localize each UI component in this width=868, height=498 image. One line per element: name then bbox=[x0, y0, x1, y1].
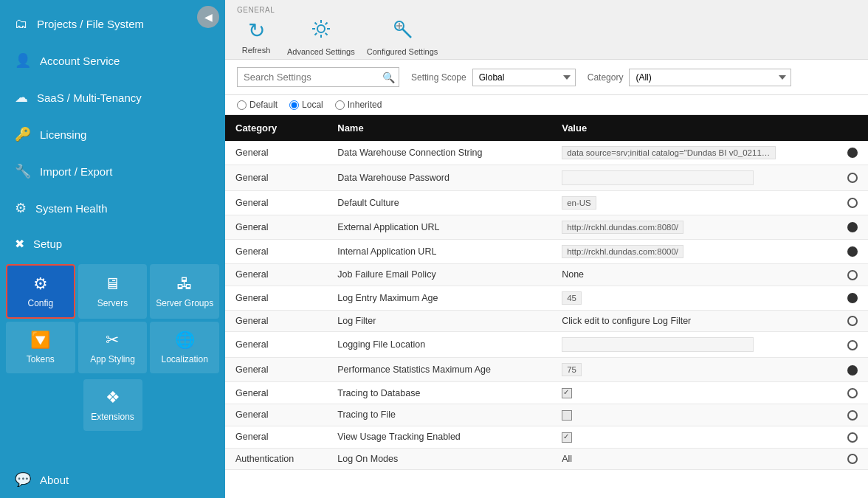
cell-category: General bbox=[225, 426, 327, 448]
cell-value: 75 bbox=[551, 358, 837, 382]
search-wrap: 🔍 bbox=[237, 67, 399, 87]
sidebar-item-system-health[interactable]: ⚙ System Health bbox=[0, 190, 225, 226]
advanced-settings-button[interactable]: Advanced Settings bbox=[287, 18, 355, 56]
sidebar-item-saas[interactable]: ☁ SaaS / Multi-Tenancy bbox=[0, 79, 225, 116]
refresh-button[interactable]: ↻ Refresh bbox=[237, 18, 275, 55]
setup-section-header[interactable]: ✖ Setup bbox=[0, 226, 225, 261]
account-icon: 👤 bbox=[15, 52, 31, 69]
cell-indicator bbox=[837, 332, 868, 358]
setup-grid-app-styling[interactable]: ✂ App Styling bbox=[78, 322, 148, 373]
setup-grid-extensions[interactable]: ❖ Extensions bbox=[83, 379, 142, 431]
empty-indicator bbox=[847, 173, 858, 183]
sidebar-item-licensing[interactable]: 🔑 Licensing bbox=[0, 116, 225, 153]
sidebar-item-label: Import / Export bbox=[40, 165, 112, 178]
cell-name: Log On Modes bbox=[327, 448, 551, 470]
setup-grid-config[interactable]: ⚙ Config bbox=[6, 264, 75, 319]
server-groups-icon: 🖧 bbox=[176, 274, 193, 294]
import-export-icon: 🔧 bbox=[15, 163, 31, 179]
table-row[interactable]: AuthenticationLog On ModesAll bbox=[225, 448, 868, 470]
local-indicator bbox=[847, 365, 858, 376]
table-row[interactable]: GeneralDefault Cultureen-US bbox=[225, 191, 868, 215]
local-indicator bbox=[847, 148, 858, 158]
toolbar: GENERAL ↻ Refresh Advanced Settings bbox=[225, 0, 868, 60]
cell-indicator bbox=[837, 382, 868, 404]
advanced-settings-label: Advanced Settings bbox=[287, 47, 355, 56]
empty-indicator bbox=[847, 388, 858, 398]
table-body: GeneralData Warehouse Connection Stringd… bbox=[225, 141, 868, 470]
scope-select[interactable]: Global Server Server Group bbox=[472, 69, 576, 86]
setup-grid-localization[interactable]: 🌐 Localization bbox=[150, 322, 219, 373]
cell-category: Authentication bbox=[225, 448, 327, 470]
licensing-icon: 🔑 bbox=[15, 126, 31, 142]
table-row[interactable]: GeneralTracing to File bbox=[225, 404, 868, 426]
cell-name: Log Entry Maximum Age bbox=[327, 286, 551, 310]
empty-indicator bbox=[847, 454, 858, 464]
cell-value: data source=srv;initial catalog="Dundas … bbox=[551, 141, 837, 165]
about-label: About bbox=[40, 474, 69, 486]
radio-default[interactable]: Default bbox=[237, 100, 278, 110]
col-category: Category bbox=[225, 115, 327, 141]
sidebar-item-projects[interactable]: 🗂 Projects / File System bbox=[0, 6, 225, 42]
search-input[interactable] bbox=[237, 67, 399, 87]
radio-inherited[interactable]: Inherited bbox=[335, 100, 382, 110]
empty-indicator bbox=[847, 432, 858, 443]
saas-icon: ☁ bbox=[15, 89, 28, 106]
table-row[interactable]: GeneralPerformance Statistics Maximum Ag… bbox=[225, 358, 868, 382]
system-health-icon: ⚙ bbox=[15, 200, 27, 216]
table-row[interactable]: GeneralInternal Application URLhttp://rc… bbox=[225, 240, 868, 264]
table-row[interactable]: GeneralLogging File Location bbox=[225, 332, 868, 358]
refresh-icon: ↻ bbox=[248, 18, 265, 43]
setup-grid-tokens[interactable]: 🔽 Tokens bbox=[6, 322, 75, 373]
table-row[interactable]: GeneralTracing to Database bbox=[225, 382, 868, 404]
table-row[interactable]: GeneralLog FilterClick edit to configure… bbox=[225, 310, 868, 332]
sidebar-item-import-export[interactable]: 🔧 Import / Export bbox=[0, 153, 225, 190]
cell-name: View Usage Tracking Enabled bbox=[327, 426, 551, 448]
setup-grid-server-groups[interactable]: 🖧 Server Groups bbox=[150, 264, 219, 319]
cell-name: Default Culture bbox=[327, 191, 551, 215]
cell-indicator bbox=[837, 191, 868, 215]
empty-indicator bbox=[847, 340, 858, 350]
cell-category: General bbox=[225, 240, 327, 264]
col-value: Value bbox=[551, 115, 837, 141]
value-empty bbox=[562, 170, 754, 185]
cell-name: Log Filter bbox=[327, 310, 551, 332]
setup-label-text: Setup bbox=[33, 238, 62, 250]
setup-grid-servers[interactable]: 🖥 Servers bbox=[78, 264, 148, 319]
setup-item-label: Config bbox=[27, 298, 53, 308]
setup-grid: ⚙ Config 🖥 Servers 🖧 Server Groups 🔽 Tok… bbox=[0, 261, 225, 376]
table-row[interactable]: GeneralData Warehouse Connection Stringd… bbox=[225, 141, 868, 165]
col-name: Name bbox=[327, 115, 551, 141]
cell-category: General bbox=[225, 310, 327, 332]
configured-settings-button[interactable]: Configured Settings bbox=[367, 18, 438, 56]
back-button[interactable]: ◀ bbox=[197, 6, 219, 28]
table-row[interactable]: GeneralJob Failure Email PolicyNone bbox=[225, 264, 868, 286]
table-row[interactable]: GeneralData Warehouse Password bbox=[225, 165, 868, 191]
checkbox-unchecked[interactable] bbox=[562, 410, 572, 421]
cell-name: Data Warehouse Connection String bbox=[327, 141, 551, 165]
cell-value bbox=[551, 426, 837, 448]
checkbox-checked[interactable] bbox=[562, 432, 572, 443]
sidebar-item-account[interactable]: 👤 Account Service bbox=[0, 42, 225, 79]
cell-value: None bbox=[551, 264, 837, 286]
category-select[interactable]: (All) General Authentication bbox=[629, 69, 791, 86]
cell-indicator bbox=[837, 404, 868, 426]
configured-settings-label: Configured Settings bbox=[367, 47, 438, 56]
table-row[interactable]: GeneralView Usage Tracking Enabled bbox=[225, 426, 868, 448]
refresh-label: Refresh bbox=[242, 46, 271, 55]
sidebar-item-about[interactable]: 💬 About bbox=[0, 461, 225, 498]
radio-local[interactable]: Local bbox=[289, 100, 323, 110]
cell-category: General bbox=[225, 332, 327, 358]
cell-indicator bbox=[837, 240, 868, 264]
table-row[interactable]: GeneralExternal Application URLhttp://rc… bbox=[225, 215, 868, 240]
configured-settings-icon bbox=[392, 18, 413, 44]
table-row[interactable]: GeneralLog Entry Maximum Age45 bbox=[225, 286, 868, 310]
value-box: en-US bbox=[562, 196, 596, 210]
checkbox-checked[interactable] bbox=[562, 388, 572, 398]
category-filter-group: Category (All) General Authentication bbox=[588, 69, 792, 86]
sidebar-item-label: System Health bbox=[35, 202, 108, 215]
setup-item-label: Tokens bbox=[27, 354, 55, 364]
cell-value bbox=[551, 165, 837, 191]
local-indicator bbox=[847, 293, 858, 303]
cell-name: Internal Application URL bbox=[327, 240, 551, 264]
empty-indicator bbox=[847, 270, 858, 280]
